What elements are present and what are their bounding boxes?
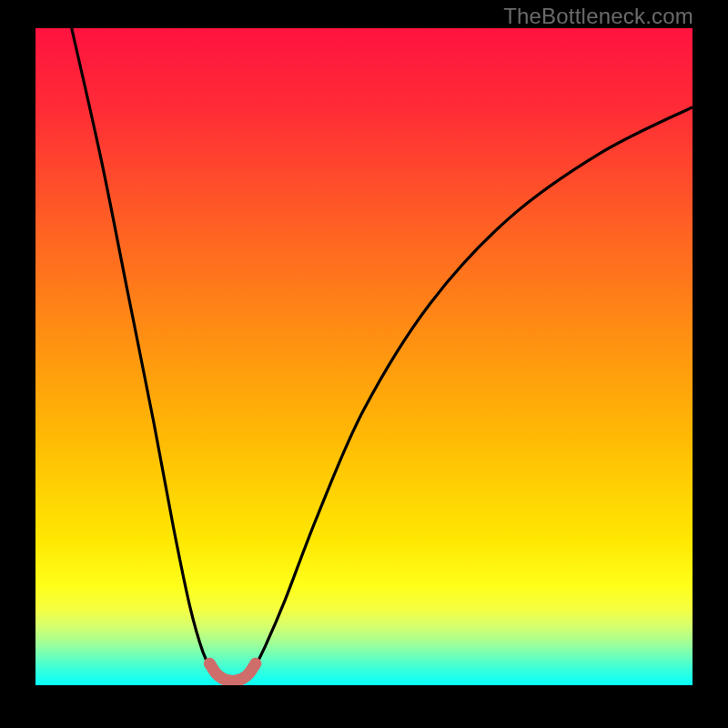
chart-plot-area [35, 28, 693, 685]
watermark-text: TheBottleneck.com [503, 4, 693, 29]
curve-bottom-knot [209, 663, 256, 681]
curve-right-branch [252, 107, 693, 672]
chart-curves-layer [35, 28, 693, 685]
curve-left-branch [72, 28, 213, 672]
page-root: TheBottleneck.com [0, 0, 728, 728]
